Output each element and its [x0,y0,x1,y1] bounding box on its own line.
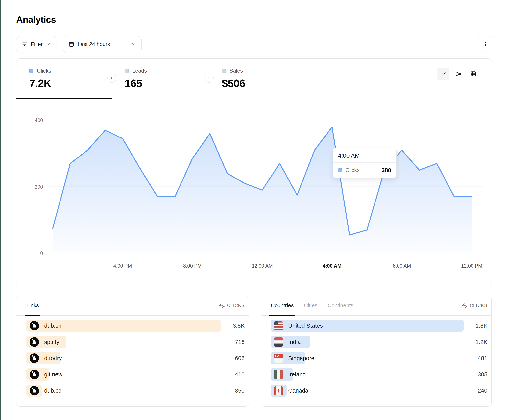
country-label: Ireland [288,371,306,378]
table-view-button[interactable] [467,68,480,80]
link-row[interactable]: git.new 410 [26,368,245,381]
leads-label: Leads [132,68,147,74]
country-label: India [288,339,301,345]
ireland-flag-icon [274,370,283,379]
clicks-area-chart[interactable]: 02004004:00 PM8:00 PM12:00 AM4:00 AM8:00… [16,99,491,284]
dub-logo-icon [30,370,39,379]
calendar-icon [68,41,74,47]
links-tab-label: Links [26,303,39,309]
country-row[interactable]: Singapore 481 [271,352,487,364]
links-metric-label: CLICKS [227,303,245,308]
link-clicks-value: 3.5K [221,323,245,329]
chevron-right-icon [207,76,211,80]
tab-links[interactable]: Links [25,296,40,316]
kebab-menu-icon [483,41,489,47]
country-clicks-value: 481 [463,355,487,362]
svg-text:12:00 AM: 12:00 AM [252,263,273,269]
page-title: Analytics [16,14,56,25]
tab-sales[interactable]: Sales $506 [209,59,308,99]
singapore-flag-icon [274,354,283,363]
tooltip-series-label: Clicks [345,167,379,173]
chevron-right-icon [110,76,114,80]
svg-text:12:00 PM: 12:00 PM [461,263,482,269]
expand-leads-button[interactable] [107,73,116,83]
cursor-click-icon [219,303,225,309]
link-label: dub.sh [44,323,61,329]
dub-logo-icon [30,337,39,347]
svg-text:4:00 PM: 4:00 PM [113,263,132,269]
more-options-button[interactable] [479,36,492,52]
leads-legend-swatch [125,69,129,73]
svg-text:200: 200 [35,184,43,190]
svg-text:4:00 AM: 4:00 AM [323,263,342,269]
cities-tab-label: Cities [304,303,318,309]
country-clicks-value: 240 [463,388,487,394]
tab-countries[interactable]: Countries [269,296,295,316]
svg-text:400: 400 [35,117,43,123]
chevron-down-icon [46,42,51,47]
link-label: spti.fyi [44,339,60,345]
link-label: dub.co [44,388,61,394]
continents-tab-label: Continents [328,303,353,309]
chevron-down-icon [131,42,136,47]
tab-leads[interactable]: Leads 165 [112,59,209,99]
geo-metric-label: CLICKS [470,303,487,308]
link-clicks-value: 350 [221,388,245,394]
link-label: d.to/try [44,355,62,362]
line-chart-icon [440,71,447,77]
cursor-click-icon [462,303,468,309]
country-row[interactable]: Ireland 305 [271,368,487,381]
tab-cities[interactable]: Cities [302,296,319,316]
country-row[interactable]: Canada 240 [271,384,487,397]
tab-continents[interactable]: Continents [326,296,355,316]
tooltip-value: 380 [382,167,391,174]
canada-flag-icon [274,386,283,395]
country-clicks-value: 1.2K [463,339,487,345]
date-range-label: Last 24 hours [78,41,110,47]
links-metric-header[interactable]: CLICKS [219,303,245,309]
funnel-view-button[interactable] [452,68,464,80]
link-row[interactable]: spti.fyi 716 [26,336,245,348]
country-label: Canada [288,388,308,394]
tooltip-time: 4:00 AM [333,148,396,163]
dub-logo-icon [30,386,39,395]
links-panel: Links CLICKS dub.sh 3.5K spti.fyi [16,296,249,406]
clicks-label: Clicks [37,68,51,74]
leads-value: 165 [125,77,209,90]
svg-text:0: 0 [40,250,43,256]
link-clicks-value: 410 [221,371,245,378]
link-clicks-value: 606 [221,355,245,362]
tab-clicks[interactable]: Clicks 7.2K [16,59,112,99]
country-row[interactable]: United States 1.8K [271,319,487,332]
svg-text:8:00 AM: 8:00 AM [393,263,411,269]
metric-header: Clicks 7.2K Leads 165 Sales $506 [16,59,492,99]
country-clicks-value: 305 [463,371,487,378]
date-range-button[interactable]: Last 24 hours [63,36,142,52]
link-clicks-value: 716 [221,339,245,345]
analytics-card: Clicks 7.2K Leads 165 Sales $506 [16,58,492,284]
filter-icon [22,41,28,47]
funnel-icon [455,71,462,77]
country-clicks-value: 1.8K [463,323,487,329]
expand-sales-button[interactable] [204,73,214,83]
chart-view-switcher [437,68,480,80]
line-chart-view-button[interactable] [437,68,449,80]
link-row[interactable]: dub.co 350 [26,384,245,397]
filter-button[interactable]: Filter [16,36,56,52]
window-edge [0,0,0,420]
us-flag-icon [274,321,283,330]
sales-label: Sales [230,68,243,74]
dub-logo-icon [30,321,39,330]
country-row[interactable]: India 1.2K [271,336,487,348]
tooltip-series-swatch [338,168,342,172]
sales-legend-swatch [222,69,226,73]
link-label: git.new [44,371,62,378]
sales-value: $506 [222,77,308,90]
countries-tab-label: Countries [271,303,294,309]
link-row[interactable]: d.to/try 606 [26,352,245,364]
table-grid-icon [470,71,477,77]
link-row[interactable]: dub.sh 3.5K [26,319,245,332]
geo-panel: Countries Cities Continents CLICKS Unite… [261,296,492,406]
geo-metric-header[interactable]: CLICKS [462,303,487,309]
clicks-legend-swatch [29,69,33,73]
